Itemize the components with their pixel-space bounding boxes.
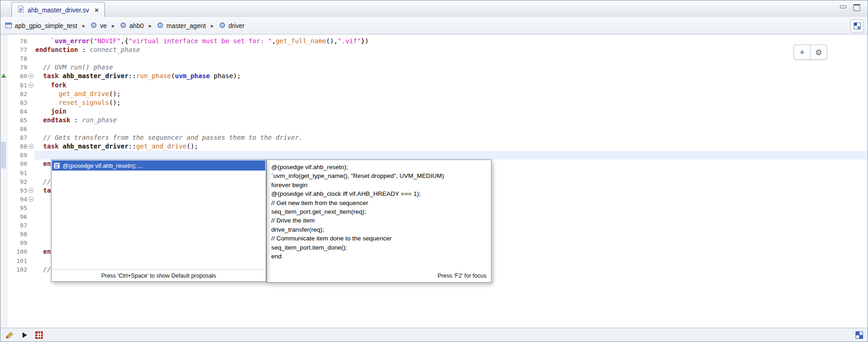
gear-icon: ⚙ [219,22,226,29]
preview-line: seq_item_port.get_next_item(req); [271,207,486,216]
line-number: 78 [8,55,27,62]
breadcrumb-separator-icon: ▸ [82,23,85,29]
line-number: 94 [8,196,27,203]
content-assist-hint: Press 'Ctrl+Space' to show Default propo… [51,269,266,281]
line-number: 82 [8,91,27,97]
fold-collapse-icon[interactable] [29,188,34,193]
minimize-icon[interactable] [840,6,846,8]
line-number: 100 [8,248,27,255]
settings-button[interactable]: ⚙ [810,45,827,59]
ide-window: ahb_master_driver.sv × apb_gpio_simple_t… [0,0,868,342]
code-text: task ahb_master_driver::run_phase(uvm_ph… [34,72,241,80]
preview-line: @(posedge vif.ahb_resetn); [271,163,486,171]
code-text: join [34,107,66,116]
breadcrumb-item-driver[interactable]: ⚙driver [219,22,245,29]
fold-column [27,83,34,88]
breadcrumb-separator-icon: ▸ [211,23,214,29]
proposal-info-popup: @(posedge vif.ahb_resetn);`uvm_info(get_… [266,160,491,283]
code-line-76[interactable]: 76 `uvm_error("NOVIF",{"virtual interfac… [0,37,868,46]
code-line-88[interactable]: 88 task ahb_master_driver::get_and_drive… [0,142,868,151]
line-number: 91 [8,170,27,177]
code-text: // [34,177,51,186]
breadcrumb-label: ahb0 [130,22,144,29]
breadcrumb-item-master_agent[interactable]: ⚙master_agent [157,22,206,29]
code-line-82[interactable]: 82 get_and_drive(); [0,90,868,98]
breadcrumb-label: master_agent [166,22,206,29]
tab-close-icon[interactable]: × [95,6,99,14]
breadcrumb-label: apb_gpio_simple_test [15,22,77,29]
line-number: 76 [8,38,27,45]
breadcrumb-item-apb_gpio_simple_test[interactable]: apb_gpio_simple_test [5,22,77,29]
run-icon[interactable] [23,332,27,338]
code-text: task ahb_master_driver::get_and_drive(); [34,142,198,151]
preview-line: `uvm_info(get_type_name(), "Reset droppe… [271,171,486,180]
editor-floating-toolbar: + ⚙ [794,45,827,60]
gear-icon: ⚙ [120,22,126,29]
preview-line: // Communicate item done to the sequence… [271,234,486,243]
code-line-84[interactable]: 84 join [0,107,868,116]
template-proposal-icon [54,163,60,169]
line-number: 81 [8,82,27,89]
gear-icon: ⚙ [815,48,822,57]
line-number: 86 [8,125,27,132]
fold-collapse-icon[interactable] [29,74,34,79]
preview-line: @(posedge vif.ahb_clock iff vif.AHB_HREA… [271,189,486,198]
line-number: 92 [8,178,27,185]
breadcrumb-item-ahb0[interactable]: ⚙ahb0 [120,22,143,29]
code-line-80[interactable]: 80 task ahb_master_driver::run_phase(uvm… [0,72,868,80]
editor-tab-bar: ahb_master_driver.sv × [0,0,868,17]
code-line-83[interactable]: 83 reset_signals(); [0,98,868,107]
line-number: 77 [8,46,27,53]
sv-file-icon [17,6,24,15]
brush-icon[interactable] [5,331,14,339]
code-line-78[interactable]: 78 [0,54,868,63]
code-line-77[interactable]: 77endfunction : connect_phase [0,46,868,54]
code-line-87[interactable]: 87 // Gets transfers from the sequencer … [0,133,868,142]
tab-title: ahb_master_driver.sv [28,6,89,14]
code-text: // [34,265,51,274]
breadcrumb-item-ve[interactable]: ⚙ve [90,22,107,29]
code-line-79[interactable]: 79 // UVM run() phase [0,63,868,72]
line-number: 80 [8,73,27,80]
fold-column [27,144,34,149]
line-number: 88 [8,143,27,150]
preview-line: // Get new item from the sequencer [271,199,486,207]
add-button[interactable]: + [794,45,810,59]
line-number: 93 [8,187,27,194]
tab-ahb-master-driver[interactable]: ahb_master_driver.sv × [11,2,105,17]
line-number: 79 [8,64,27,71]
gear-icon: ⚙ [90,22,97,29]
proposal-item[interactable]: @(posedge vif.ahb_resetn); ... [52,160,265,171]
preview-line: forever begin [271,181,486,189]
line-number: 83 [8,99,27,106]
error-grid-icon[interactable] [35,331,43,339]
code-text: reset_signals(); [34,98,120,107]
plus-icon: + [799,47,805,57]
code-line-85[interactable]: 85 endtask : run_phase [0,116,868,125]
test-module-icon [5,22,12,29]
window-layout-icon[interactable] [856,331,863,339]
code-text: `uvm_error("NOVIF",{"virtual interface m… [34,37,369,46]
code-text: // UVM run() phase [34,63,113,72]
code-line-81[interactable]: 81 fork [0,81,868,90]
line-number: 90 [8,160,27,167]
line-number: 95 [8,205,27,211]
code-text: fork [34,81,66,90]
fold-collapse-icon[interactable] [29,144,34,149]
code-text: en [34,160,51,168]
fold-collapse-icon[interactable] [29,83,34,88]
status-bar [0,328,868,342]
toggle-breadcrumb-button[interactable] [850,19,864,33]
code-text: get_and_drive(); [34,90,120,98]
maximize-icon[interactable] [853,4,860,11]
line-number: 101 [8,257,27,264]
fold-collapse-icon[interactable] [29,197,34,202]
content-assist-popup: @(posedge vif.ahb_resetn); ... Press 'Ct… [51,160,266,282]
code-line-86[interactable]: 86 [0,125,868,133]
preview-line: // Drive the item [271,216,486,225]
preview-line: end [271,252,486,261]
proposal-label: @(posedge vif.ahb_resetn); ... [63,162,143,169]
code-line-89[interactable]: 89 [0,151,868,160]
fold-column [27,197,34,202]
line-number: 84 [8,108,27,115]
